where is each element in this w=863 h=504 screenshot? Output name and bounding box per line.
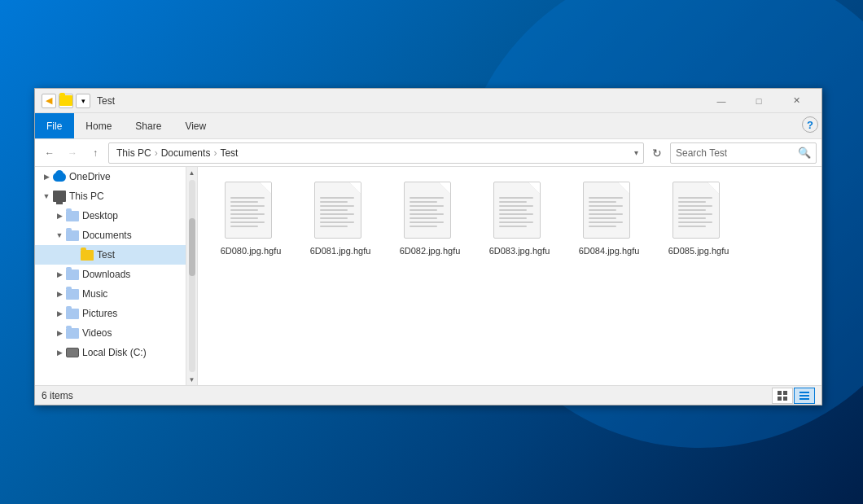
doc-line bbox=[320, 209, 348, 211]
nav-up-button[interactable]: ↑ bbox=[85, 143, 105, 163]
file-item-3[interactable]: 6D083.jpg.hgfu bbox=[475, 175, 564, 263]
expand-documents[interactable]: ▼ bbox=[55, 230, 64, 240]
path-segment-documents[interactable]: Documents bbox=[159, 147, 213, 160]
doc-line bbox=[320, 205, 354, 207]
file-label-2: 6D082.jpg.hgfu bbox=[400, 245, 461, 256]
sidebar-item-pictures[interactable]: ▶ Pictures bbox=[35, 304, 186, 323]
doc-line bbox=[320, 197, 354, 199]
address-bar: ← → ↑ This PC › Documents › Test ▾ ↻ 🔍 bbox=[35, 139, 821, 167]
sidebar-item-localdisk[interactable]: ▶ Local Disk (C:) bbox=[35, 343, 186, 362]
address-path[interactable]: This PC › Documents › Test ▾ bbox=[108, 142, 644, 164]
sidebar-item-thispc[interactable]: ▼ This PC bbox=[35, 186, 186, 206]
doc-line bbox=[678, 201, 706, 203]
doc-line bbox=[589, 197, 623, 199]
ribbon-spacer bbox=[218, 113, 799, 138]
file-item-2[interactable]: 6D082.jpg.hgfu bbox=[385, 175, 475, 263]
scroll-thumb[interactable] bbox=[189, 218, 195, 276]
doc-line bbox=[589, 217, 616, 219]
expand-desktop[interactable]: ▶ bbox=[55, 211, 64, 221]
sidebar-item-onedrive[interactable]: ▶ OneDrive bbox=[35, 167, 186, 186]
quick-access-back[interactable]: ◀ bbox=[42, 94, 56, 108]
scroll-up-arrow[interactable]: ▲ bbox=[186, 167, 198, 178]
expand-localdisk[interactable]: ▶ bbox=[55, 348, 64, 357]
doc-line bbox=[410, 205, 444, 207]
expand-onedrive[interactable]: ▶ bbox=[42, 172, 51, 182]
path-segment-test[interactable]: Test bbox=[217, 147, 240, 160]
sidebar: ▶ OneDrive ▼ This PC ▶ bbox=[35, 167, 186, 385]
ribbon-tab-file[interactable]: File bbox=[35, 113, 74, 138]
file-icon-3 bbox=[493, 182, 545, 242]
doc-lines-5 bbox=[678, 197, 712, 227]
expand-thispc[interactable]: ▼ bbox=[42, 191, 51, 201]
doc-line bbox=[499, 197, 533, 199]
view-list-button[interactable] bbox=[794, 388, 815, 404]
doc-line bbox=[499, 201, 527, 203]
file-icon-2 bbox=[404, 182, 456, 242]
doc-line bbox=[499, 213, 533, 215]
doc-line bbox=[410, 221, 444, 223]
explorer-window: ◀ ▾ Test — □ ✕ File Home Share View ? ← … bbox=[34, 88, 822, 405]
file-label-5: 6D085.jpg.hgfu bbox=[668, 245, 729, 256]
doc-line bbox=[230, 221, 265, 223]
doc-line bbox=[230, 205, 265, 207]
expand-music[interactable]: ▶ bbox=[55, 289, 64, 299]
path-segment-thispc[interactable]: This PC bbox=[114, 147, 154, 160]
expand-pictures[interactable]: ▶ bbox=[55, 309, 64, 318]
ribbon-tab-home[interactable]: Home bbox=[74, 113, 124, 138]
ribbon-tab-view[interactable]: View bbox=[173, 113, 218, 138]
main-area: ▶ OneDrive ▼ This PC ▶ bbox=[35, 167, 821, 385]
minimize-button[interactable]: — bbox=[703, 89, 740, 113]
quick-access-folder[interactable] bbox=[59, 94, 73, 108]
doc-lines-1 bbox=[320, 197, 354, 227]
sidebar-label-onedrive: OneDrive bbox=[69, 171, 111, 182]
search-icon[interactable]: 🔍 bbox=[798, 147, 811, 159]
doc-line bbox=[589, 221, 623, 223]
doc-line bbox=[589, 209, 616, 211]
window-controls: — □ ✕ bbox=[703, 89, 815, 113]
nav-forward-button[interactable]: → bbox=[63, 143, 82, 163]
doc-line bbox=[499, 226, 527, 227]
close-button[interactable]: ✕ bbox=[778, 89, 815, 113]
doc-line bbox=[230, 217, 258, 219]
svg-rect-5 bbox=[799, 395, 809, 397]
expand-downloads[interactable]: ▶ bbox=[55, 270, 64, 279]
maximize-button[interactable]: □ bbox=[740, 89, 778, 113]
quick-access-dropdown[interactable]: ▾ bbox=[76, 94, 90, 108]
search-input[interactable] bbox=[676, 147, 798, 159]
path-dropdown-arrow[interactable]: ▾ bbox=[634, 148, 638, 157]
search-box: 🔍 bbox=[670, 142, 817, 164]
sidebar-label-videos: Videos bbox=[82, 327, 112, 339]
file-icon-4 bbox=[583, 182, 635, 242]
doc-line bbox=[678, 221, 712, 223]
file-item-1[interactable]: 6D081.jpg.hgfu bbox=[296, 175, 385, 263]
sidebar-label-documents: Documents bbox=[82, 230, 132, 241]
nav-back-button[interactable]: ← bbox=[40, 143, 59, 163]
scroll-down-arrow[interactable]: ▼ bbox=[186, 374, 198, 385]
file-item-4[interactable]: 6D084.jpg.hgfu bbox=[564, 175, 654, 263]
sidebar-item-videos[interactable]: ▶ Videos bbox=[35, 323, 186, 343]
doc-line bbox=[410, 201, 437, 203]
expand-videos[interactable]: ▶ bbox=[55, 328, 64, 338]
view-grid-button[interactable] bbox=[772, 388, 793, 404]
doc-line bbox=[589, 213, 623, 215]
sidebar-item-downloads[interactable]: ▶ Downloads bbox=[35, 265, 186, 284]
file-label-4: 6D084.jpg.hgfu bbox=[579, 245, 640, 256]
doc-line bbox=[320, 213, 354, 215]
sidebar-item-documents[interactable]: ▼ Documents bbox=[35, 226, 186, 245]
doc-line bbox=[499, 217, 527, 219]
file-item-0[interactable]: 6D080.jpg.hgfu bbox=[206, 175, 296, 263]
sidebar-item-music[interactable]: ▶ Music bbox=[35, 284, 186, 304]
help-button[interactable]: ? bbox=[802, 116, 818, 133]
file-area: 6D080.jpg.hgfu 6D081.jpg.hgfu 6D082.jpg.… bbox=[198, 167, 821, 385]
doc-line bbox=[230, 209, 258, 211]
doc-line bbox=[678, 226, 706, 227]
documents-folder-icon bbox=[66, 229, 79, 242]
sidebar-item-test[interactable]: ▶ Test bbox=[35, 245, 186, 265]
title-bar: ◀ ▾ Test — □ ✕ bbox=[35, 89, 821, 113]
file-item-5[interactable]: 6D085.jpg.hgfu bbox=[654, 175, 743, 263]
file-icon-0 bbox=[225, 182, 277, 242]
sidebar-item-desktop[interactable]: ▶ Desktop bbox=[35, 206, 186, 226]
ribbon-tab-share[interactable]: Share bbox=[124, 113, 173, 138]
refresh-button[interactable]: ↻ bbox=[647, 143, 667, 163]
expand-test[interactable]: ▶ bbox=[69, 250, 79, 260]
